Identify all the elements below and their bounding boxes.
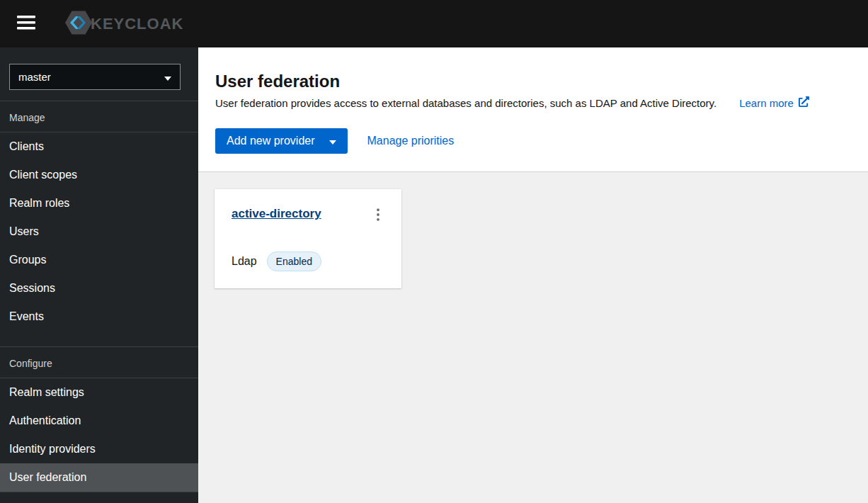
manage-priorities-link[interactable]: Manage priorities <box>367 135 455 147</box>
learn-more-link[interactable]: Learn more <box>739 96 809 109</box>
add-new-provider-button[interactable]: Add new provider <box>215 128 348 154</box>
caret-down-icon <box>329 135 336 147</box>
provider-card-body: Ldap Enabled <box>232 252 384 271</box>
learn-more-label: Learn more <box>739 97 794 109</box>
provider-card-title-link[interactable]: active-directory <box>232 207 321 221</box>
sidebar-item-realm-settings[interactable]: Realm settings <box>0 378 198 407</box>
sidebar-item-users[interactable]: Users <box>0 217 198 246</box>
keycloak-logo: KEYCLOAK <box>61 8 183 40</box>
keycloak-logo-icon <box>61 8 95 40</box>
provider-card: active-directory Ld <box>215 189 401 288</box>
nav-spacer <box>0 331 198 346</box>
page-header: User federation User federation provides… <box>198 47 868 172</box>
add-new-provider-label: Add new provider <box>227 135 315 147</box>
keycloak-logo-text: KEYCLOAK <box>91 15 183 33</box>
sidebar-item-client-scopes[interactable]: Client scopes <box>0 161 198 189</box>
page-description: User federation provides access to exter… <box>215 97 716 109</box>
main-content: User federation User federation provides… <box>198 47 868 503</box>
nav-list-configure: Realm settings Authentication Identity p… <box>0 378 198 492</box>
realm-selector[interactable]: master <box>9 64 181 90</box>
sidebar-item-user-federation[interactable]: User federation <box>0 463 198 492</box>
nav-list-manage: Clients Client scopes Realm roles Users … <box>0 132 198 331</box>
toolbar: Add new provider Manage priorities <box>215 128 851 154</box>
external-link-icon <box>799 96 809 109</box>
kebab-icon <box>376 213 380 223</box>
kebab-menu-button[interactable] <box>372 207 384 225</box>
masthead: KEYCLOAK <box>0 0 868 47</box>
divider <box>0 492 198 492</box>
provider-type-label: Ldap <box>232 255 257 268</box>
nav-section-manage: Manage <box>0 101 198 132</box>
provider-card-header: active-directory <box>232 207 384 225</box>
page-description-row: User federation provides access to exter… <box>215 96 851 109</box>
sidebar-item-sessions[interactable]: Sessions <box>0 274 198 303</box>
chevron-down-icon <box>164 71 171 83</box>
sidebar-item-realm-roles[interactable]: Realm roles <box>0 189 198 217</box>
app-window: KEYCLOAK master Manage Clients Client sc… <box>0 0 868 503</box>
sidebar-item-events[interactable]: Events <box>0 303 198 331</box>
sidebar-item-groups[interactable]: Groups <box>0 246 198 274</box>
sidebar: master Manage Clients Client scopes Real… <box>0 47 198 503</box>
status-badge-enabled: Enabled <box>267 252 321 271</box>
page-title: User federation <box>215 71 851 91</box>
page-body: master Manage Clients Client scopes Real… <box>0 47 868 503</box>
sidebar-item-identity-providers[interactable]: Identity providers <box>0 435 198 463</box>
sidebar-item-clients[interactable]: Clients <box>0 132 198 161</box>
realm-selector-value: master <box>18 71 51 83</box>
hamburger-icon <box>17 16 35 32</box>
providers-area: active-directory Ld <box>198 172 868 305</box>
nav-toggle-button[interactable] <box>10 9 42 39</box>
nav-section-configure: Configure <box>0 347 198 378</box>
sidebar-item-authentication[interactable]: Authentication <box>0 407 198 435</box>
